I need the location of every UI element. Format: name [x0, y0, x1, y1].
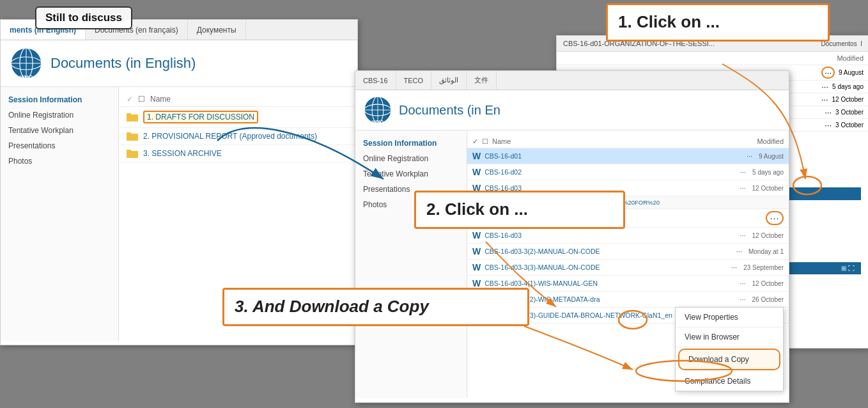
mid-modified-col: Modified	[757, 137, 784, 146]
mid-file-row-d03-33[interactable]: W CBS-16-d03-3(3)-MANUAL-ON-CODE ··· 23 …	[467, 260, 789, 276]
mid-file-row-d01[interactable]: W CBS-16-d01 ··· 9 August	[467, 148, 789, 164]
mid-fname-1: CBS-16-d01	[484, 152, 744, 160]
mid-fdots-1: ···	[747, 152, 752, 160]
mid-fdots-3: ···	[740, 184, 745, 192]
mid-fdate-3: 12 October	[752, 185, 784, 192]
ctx-view-browser[interactable]: View in Browser	[676, 327, 783, 347]
mid-sidebar-tentative[interactable]: Tentative Workplan	[355, 166, 467, 182]
date-3oct: 3 October	[835, 109, 864, 116]
folder-icon-2	[127, 132, 138, 141]
tab-russian-label: Документы	[197, 26, 236, 35]
mid-fdate-1: 9 August	[759, 153, 784, 160]
ctx-download-copy[interactable]: Download a Copy	[678, 349, 780, 370]
still-discuss-callout: Still to discuss	[35, 6, 132, 29]
mid-fdots-5: ···	[736, 247, 742, 255]
mid-fname-7: CBS-16-d03-4(1)-WIS-MANUAL-GEN	[484, 279, 737, 287]
ctx-view-properties[interactable]: View Properties	[676, 308, 783, 327]
file-drafts-label: 1. DRAFTS FOR DISCUSSION	[143, 111, 258, 123]
date-12oct: 12 October	[832, 96, 864, 103]
mid-tab-bar: CBS-16 TECO الوثائق 文件	[355, 71, 789, 90]
tab-russian[interactable]: Документы	[188, 20, 246, 40]
sidebar-item-presentations[interactable]: Presentations	[1, 138, 118, 153]
mid-fdate-7: 12 October	[752, 280, 784, 287]
mid-fdate-4: 12 October	[752, 232, 784, 239]
left-sidebar: Session Information Online Registration …	[1, 87, 119, 341]
step2-callout: 2. Click on ...	[414, 191, 625, 229]
word-icon-1: W	[472, 151, 481, 161]
mid-panel-content: Session Information Online Registration …	[355, 130, 789, 398]
file-row-drafts[interactable]: 1. DRAFTS FOR DISCUSSION	[119, 107, 357, 128]
mid-file-list: ✓ ☐ Name Modified W CBS-16-d01 ··· 9 Aug…	[467, 130, 789, 398]
modified-col-label: Modified	[837, 54, 864, 62]
file-list-header: ✓ ☐ Name	[119, 92, 357, 107]
dots-icon-5: ···	[825, 120, 832, 130]
mid-fdots-4: ···	[740, 231, 745, 239]
mid-col-header: ✓ ☐ Name Modified	[467, 136, 789, 148]
svg-rect-12	[127, 150, 131, 152]
doc-view-icons: ⊞ ⛶	[841, 265, 855, 272]
svg-text:WMO: WMO	[20, 74, 33, 80]
mid-fdate-2: 5 days ago	[752, 169, 784, 176]
sidebar-item-tentative[interactable]: Tentative Workplan	[1, 123, 118, 138]
mid-file-row-d02[interactable]: W CBS-16-d02 ··· 5 days ago	[467, 164, 789, 180]
ctx-compliance-details[interactable]: Compliance Details	[676, 372, 783, 391]
date-aug: 9 August	[839, 69, 864, 76]
mid-wmo-logo-icon: WMO	[363, 95, 392, 125]
three-dots-action-button[interactable]: ···	[766, 211, 784, 225]
context-menu: View Properties View in Browser Download…	[675, 307, 784, 391]
mid-fname-4: CBS-16-d03	[484, 231, 737, 239]
word-icon-5: W	[472, 246, 481, 256]
sidebar-item-online-reg[interactable]: Online Registration	[1, 107, 118, 123]
mid-fname-5: CBS-16-d03-3(2)-MANUAL-ON-CODE	[484, 247, 734, 255]
file-row-provisional[interactable]: 2. PROVISIONAL REPORT (Approved document…	[119, 128, 357, 145]
dots-icon-2: ···	[821, 82, 828, 91]
mid-fdots-6: ···	[731, 263, 737, 271]
sidebar-item-session-info[interactable]: Session Information	[1, 92, 118, 107]
mid-tab-chinese[interactable]: 文件	[467, 71, 497, 90]
mid-checkbox-col: ☐	[482, 137, 488, 146]
name-col-header: Name	[150, 95, 171, 104]
mid-panel-title: Documents (in En	[399, 103, 500, 118]
modified-header: Modified	[557, 52, 868, 65]
svg-rect-8	[127, 113, 131, 116]
mid-file-row-d03-32[interactable]: W CBS-16-d03-3(2)-MANUAL-ON-CODE ··· Mon…	[467, 244, 789, 260]
dots-icon-3: ···	[821, 95, 828, 104]
mid-tab-cbs16[interactable]: CBS-16	[355, 71, 396, 90]
mid-fdate-5: Monday at 1	[748, 248, 784, 255]
word-icon-4: W	[472, 230, 481, 240]
mid-fname-2: CBS-16-d02	[484, 168, 738, 176]
svg-rect-10	[127, 132, 131, 135]
dots-icon: ···	[821, 67, 835, 79]
mid-name-col: Name	[492, 137, 511, 146]
word-icon-6: W	[472, 262, 481, 272]
wmo-logo-icon: WMO	[10, 47, 43, 80]
mid-fdate-6: 23 September	[743, 264, 784, 271]
mid-tab-arabic[interactable]: الوثائق	[431, 71, 467, 90]
mid-fname-6: CBS-16-d03-3(3)-MANUAL-ON-CODE	[484, 263, 729, 271]
mid-file-row-d03b[interactable]: W CBS-16-d03 ··· 12 October	[467, 228, 789, 244]
date-5days: 5 days ago	[832, 83, 864, 90]
mid-panel: CBS-16 TECO الوثائق 文件 WMO Documents (in…	[355, 70, 789, 403]
checkbox-col: ☐	[138, 95, 145, 104]
left-panel-title: Documents (in English)	[50, 55, 196, 72]
step3-callout: 3. And Download a Copy	[222, 288, 529, 326]
mid-tab-teco[interactable]: TECO	[396, 71, 432, 90]
svg-text:WMO: WMO	[372, 120, 384, 124]
mid-sidebar: Session Information Online Registration …	[355, 130, 467, 398]
step1-callout: 1. Click on ...	[606, 3, 830, 42]
checkmark-col: ✓	[127, 95, 133, 104]
mid-sidebar-session-info[interactable]: Session Information	[355, 136, 467, 151]
mid-fdate-8: 26 October	[752, 296, 784, 303]
mid-panel-header: WMO Documents (in En	[355, 90, 789, 130]
file-row-archive[interactable]: 3. SESSION ARCHIVE	[119, 145, 357, 162]
folder-icon-3	[127, 149, 138, 158]
mid-fdots-7: ···	[740, 279, 745, 287]
file-archive-label: 3. SESSION ARCHIVE	[143, 149, 222, 158]
step3-text: 3. And Download a Copy	[235, 297, 429, 316]
sidebar-item-photos[interactable]: Photos	[1, 153, 118, 169]
mid-sidebar-online-reg[interactable]: Online Registration	[355, 151, 467, 166]
date-3oct-2: 3 October	[835, 122, 864, 129]
file-provisional-label: 2. PROVISIONAL REPORT (Approved document…	[143, 132, 317, 141]
word-icon-7: W	[472, 278, 481, 288]
left-panel-header: WMO Documents (in English)	[1, 40, 357, 87]
